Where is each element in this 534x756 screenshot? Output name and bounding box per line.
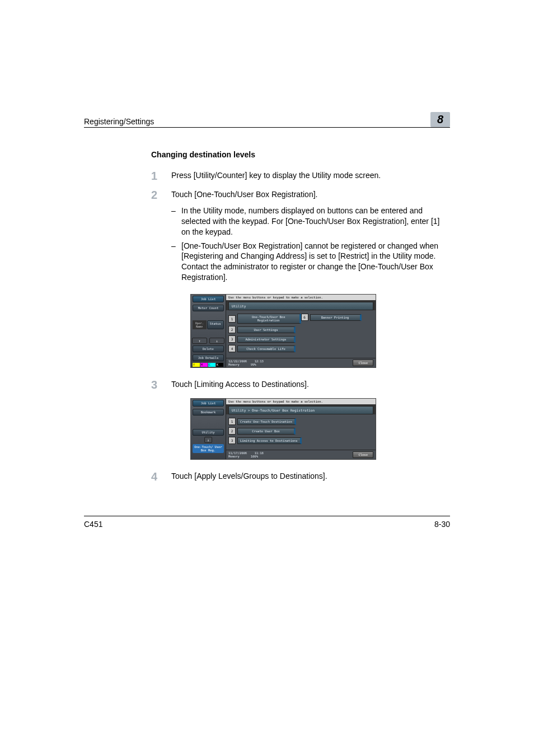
down-arrow-button[interactable]: ↓ <box>209 338 224 344</box>
down-arrow-icon: ↓ <box>204 437 212 443</box>
user-settings-button[interactable]: User Settings <box>237 326 296 333</box>
administrator-settings-button[interactable]: Administrator Settings <box>237 336 296 343</box>
close-button[interactable]: Close <box>353 451 373 458</box>
header: Registering/Settings 8 <box>84 112 450 128</box>
close-button[interactable]: Close <box>353 360 373 366</box>
toner-indicators: Y M C K <box>193 363 224 367</box>
step-2-sub2-text: [One-Touch/User Box Registration] cannot… <box>181 241 450 283</box>
step-2-sub1-text: In the Utility mode, numbers displayed o… <box>181 206 450 237</box>
step-3-number: 3 <box>151 379 171 390</box>
menu-num-4: 4 <box>228 345 236 352</box>
menu-num-6: 6 <box>301 314 308 321</box>
dash-icon: – <box>171 241 181 283</box>
step-4: 4 Touch [Apply Levels/Groups to Destinat… <box>151 471 450 482</box>
check-consumable-life-button[interactable]: Check Consumable Life <box>237 346 296 352</box>
step-3: 3 Touch [Limiting Access to Destinations… <box>151 379 450 390</box>
step-2-text: Touch [One-Touch/User Box Registration]. <box>171 190 317 199</box>
step-4-number: 4 <box>151 471 171 482</box>
step-3-text: Touch [Limiting Access to Destinations]. <box>171 379 450 390</box>
step-2-sub1: – In the Utility mode, numbers displayed… <box>171 206 450 237</box>
utility-screenshot-1: Job List Meter Count Oper. Name Status ↑… <box>190 294 450 368</box>
screen1-instruction: Use the menu buttons or keypad to make a… <box>226 295 376 300</box>
step-1: 1 Press [Utility/Counter] key to display… <box>151 170 450 181</box>
header-title: Registering/Settings <box>84 117 154 126</box>
screen1-mem: 99% <box>251 363 256 366</box>
step-2-number: 2 <box>151 189 171 286</box>
banner-printing-button[interactable]: Banner Printing <box>310 314 362 321</box>
one-touch-reg-selected[interactable]: One-Touch/ User Box Reg. <box>193 444 224 453</box>
job-list-button[interactable]: Job List <box>193 296 224 302</box>
dash-icon: – <box>171 206 181 237</box>
screen1-mem-label: Memory <box>228 363 240 366</box>
menu-num-2: 2 <box>228 326 236 333</box>
menu-num-3: 3 <box>228 335 236 343</box>
footer-page: 8-30 <box>434 520 450 529</box>
screen2-title: Utility > One-Touch/User Box Registratio… <box>228 406 373 414</box>
screen2-mem-label: Memory <box>228 455 240 458</box>
limiting-access-button[interactable]: Limiting Access to Destinations <box>237 437 302 444</box>
utility-button[interactable]: Utility <box>193 429 224 436</box>
screen2-mem: 100% <box>251 455 258 458</box>
status-button[interactable]: Status <box>207 320 224 329</box>
meter-count-button[interactable]: Meter Count <box>193 305 224 311</box>
chapter-badge: 8 <box>430 112 450 127</box>
footer-model: C451 <box>84 520 102 529</box>
up-arrow-button[interactable]: ↑ <box>192 338 207 344</box>
job-details-button[interactable]: Job Details <box>193 354 224 361</box>
bookmark-button[interactable]: Bookmark <box>193 409 224 416</box>
step-1-text: Press [Utility/Counter] key to display t… <box>171 170 450 181</box>
page-footer: C451 8-30 <box>84 516 450 529</box>
menu-num-1: 1 <box>228 315 236 323</box>
one-touch-registration-button[interactable]: One-Touch/User Box Registration <box>237 314 301 324</box>
step-1-number: 1 <box>151 170 171 181</box>
step-2-sub2: – [One-Touch/User Box Registration] cann… <box>171 241 450 283</box>
menu2-num-3: 3 <box>228 437 236 444</box>
screen2-instruction: Use the menu buttons or keypad to make a… <box>226 399 376 404</box>
menu2-num-2: 2 <box>228 427 236 435</box>
oper-name-label: Oper. Name <box>193 320 207 329</box>
delete-button[interactable]: Delete <box>193 346 224 352</box>
create-user-box-button[interactable]: Create User Box <box>237 428 296 435</box>
menu2-num-1: 1 <box>228 418 236 425</box>
create-one-touch-button[interactable]: Create One-Touch Destination <box>237 418 296 425</box>
step-4-text: Touch [Apply Levels/Groups to Destinatio… <box>171 471 450 482</box>
step-2: 2 Touch [One-Touch/User Box Registration… <box>151 189 450 286</box>
screen1-title: Utility <box>228 302 373 310</box>
job-list-button[interactable]: Job List <box>193 400 224 407</box>
utility-screenshot-2: Job List Bookmark Utility ↓ One-Touch/ U… <box>190 398 450 460</box>
section-title: Changing destination levels <box>151 150 450 159</box>
